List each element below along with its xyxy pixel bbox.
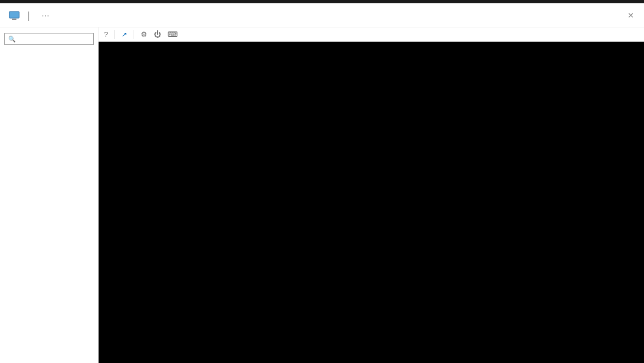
serial-console-output[interactable] <box>99 42 644 363</box>
toolbar-separator <box>134 30 134 39</box>
power-icon[interactable]: ⏻ <box>154 30 161 38</box>
svg-rect-0 <box>9 12 19 18</box>
toolbar-separator <box>114 30 115 39</box>
sidebar: 🔍 <box>0 27 99 363</box>
search-input[interactable] <box>18 35 99 43</box>
help-icon[interactable]: ? <box>104 30 108 38</box>
svg-rect-1 <box>12 19 16 20</box>
main-panel: ? ↗ ⚙ ⏻ ⌨ <box>99 27 644 363</box>
sidebar-search[interactable]: 🔍 <box>4 33 94 45</box>
vm-icon <box>9 10 20 21</box>
keyboard-icon[interactable]: ⌨ <box>168 30 178 38</box>
page-header: | ⋯ ✕ <box>0 3 644 27</box>
more-dots[interactable]: ⋯ <box>42 12 49 20</box>
settings-icon[interactable]: ⚙ <box>141 30 147 38</box>
feedback-link[interactable]: ↗ <box>122 31 127 38</box>
close-icon[interactable]: ✕ <box>628 11 634 20</box>
console-toolbar: ? ↗ ⚙ ⏻ ⌨ <box>99 27 644 42</box>
search-icon: 🔍 <box>8 36 16 43</box>
page-title: | ⋯ <box>25 10 49 21</box>
